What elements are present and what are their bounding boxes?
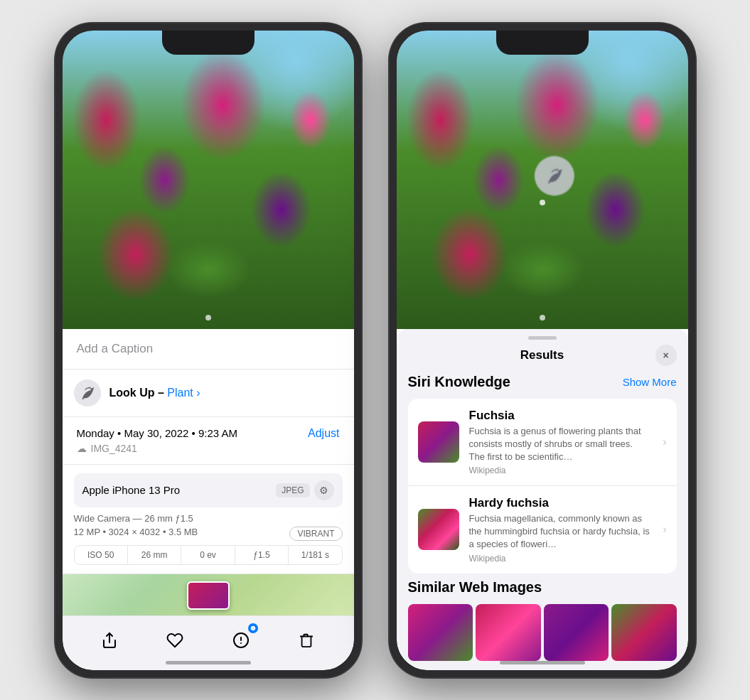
fuchsia-thumbnail bbox=[418, 421, 459, 463]
caption-placeholder[interactable]: Add a Caption bbox=[77, 342, 154, 355]
exif-shutter: 1/181 s bbox=[289, 546, 341, 564]
sheet-content[interactable]: Siri Knowledge Show More Fuchsia Fuchsia… bbox=[397, 371, 688, 670]
filename: IMG_4241 bbox=[91, 443, 137, 454]
left-phone-screen: Add a Caption Look Up – Plant › bbox=[63, 31, 354, 670]
exif-ev-value: 0 ev bbox=[200, 550, 216, 560]
settings-icon[interactable]: ⚙ bbox=[314, 480, 334, 500]
share-button[interactable] bbox=[94, 625, 125, 656]
lookup-indicator-dot bbox=[540, 200, 545, 205]
left-phone-frame: Add a Caption Look Up – Plant › bbox=[55, 23, 361, 677]
right-phone-frame: Results × Siri Knowledge Show More bbox=[390, 23, 695, 677]
hardy-name: Hardy fuchsia bbox=[469, 496, 650, 510]
exif-ev: 0 ev bbox=[181, 546, 235, 564]
sheet-title: Results bbox=[520, 348, 564, 362]
siri-knowledge-title: Siri Knowledge bbox=[408, 374, 510, 390]
lookup-chevron: › bbox=[196, 387, 200, 399]
visual-lookup-button[interactable] bbox=[534, 156, 574, 195]
photo-page-indicator bbox=[205, 315, 211, 321]
camera-spec: Wide Camera — 26 mm ƒ1.5 bbox=[74, 513, 343, 524]
lookup-type: Plant bbox=[167, 387, 193, 399]
hardy-chevron-icon: › bbox=[663, 523, 666, 536]
notch bbox=[162, 31, 255, 55]
siri-knowledge-header: Siri Knowledge Show More bbox=[408, 374, 677, 390]
exif-mm: 26 mm bbox=[128, 546, 181, 564]
knowledge-item-hardy[interactable]: Hardy fuchsia Fuchsia magellanica, commo… bbox=[408, 486, 677, 574]
device-name: Apple iPhone 13 Pro bbox=[82, 484, 181, 496]
date-row: Monday • May 30, 2022 • 9:23 AM Adjust bbox=[77, 427, 340, 440]
similar-web-title: Similar Web Images bbox=[408, 579, 677, 596]
photo-background bbox=[63, 31, 354, 329]
photo-display[interactable] bbox=[63, 31, 354, 329]
delete-button[interactable] bbox=[291, 625, 322, 656]
map-area[interactable] bbox=[63, 574, 354, 615]
hardy-thumbnail bbox=[418, 509, 459, 550]
show-more-button[interactable]: Show More bbox=[623, 376, 677, 388]
similar-web-section: Similar Web Images bbox=[408, 579, 677, 661]
fuchsia-description: Fuchsia is a genus of flowering plants t… bbox=[469, 425, 650, 464]
fuchsia-source: Wikipedia bbox=[469, 465, 650, 475]
sheet-header: Results × bbox=[397, 344, 688, 371]
cloud-icon: ☁ bbox=[77, 443, 87, 454]
fuchsia-text: Fuchsia Fuchsia is a genus of flowering … bbox=[469, 409, 650, 476]
vibrant-badge: VIBRANT bbox=[289, 527, 342, 541]
right-screen-content: Results × Siri Knowledge Show More bbox=[397, 31, 688, 670]
photo-thumbnail-on-map bbox=[187, 581, 230, 610]
adjust-button[interactable]: Adjust bbox=[308, 427, 339, 440]
hardy-text: Hardy fuchsia Fuchsia magellanica, commo… bbox=[469, 496, 650, 564]
phones-container: Add a Caption Look Up – Plant › bbox=[55, 23, 695, 677]
right-notch bbox=[496, 31, 589, 55]
sheet-drag-handle[interactable] bbox=[528, 336, 557, 340]
sheet-close-button[interactable]: × bbox=[655, 345, 677, 366]
format-badge: JPEG bbox=[276, 483, 309, 497]
similar-image-1[interactable] bbox=[408, 604, 473, 661]
exif-iso: ISO 50 bbox=[75, 546, 128, 564]
lookup-bold: Look Up – bbox=[109, 387, 168, 399]
mp-spec: 12 MP • 3024 × 4032 • 3.5 MB bbox=[74, 527, 198, 537]
lookup-row[interactable]: Look Up – Plant › bbox=[63, 370, 354, 417]
fuchsia-chevron-icon: › bbox=[663, 436, 666, 448]
close-icon: × bbox=[663, 350, 668, 361]
left-screen-content: Add a Caption Look Up – Plant › bbox=[63, 31, 354, 670]
exif-shutter-value: 1/181 s bbox=[301, 550, 329, 560]
fuchsia-name: Fuchsia bbox=[469, 409, 650, 423]
filename-row: ☁ IMG_4241 bbox=[77, 443, 340, 454]
info-button[interactable] bbox=[225, 625, 257, 656]
specs-row: 12 MP • 3024 × 4032 • 3.5 MB VIBRANT bbox=[74, 527, 343, 541]
similar-image-3[interactable] bbox=[544, 604, 609, 661]
leaf-visual-icon bbox=[545, 166, 563, 185]
hardy-description: Fuchsia magellanica, commonly known as t… bbox=[469, 512, 650, 551]
exif-mm-value: 26 mm bbox=[141, 550, 168, 560]
results-sheet: Results × Siri Knowledge Show More bbox=[397, 329, 688, 670]
device-section: Apple iPhone 13 Pro JPEG ⚙ Wide Camera —… bbox=[63, 465, 354, 574]
right-photo-display[interactable] bbox=[397, 31, 688, 329]
knowledge-item-fuchsia[interactable]: Fuchsia Fuchsia is a genus of flowering … bbox=[408, 399, 677, 487]
exif-aperture-value: ƒ1.5 bbox=[253, 550, 269, 560]
right-phone-screen: Results × Siri Knowledge Show More bbox=[397, 31, 688, 670]
exif-iso-value: ISO 50 bbox=[87, 550, 114, 560]
like-button[interactable] bbox=[159, 625, 191, 656]
left-home-indicator bbox=[166, 661, 251, 664]
device-row: Apple iPhone 13 Pro JPEG ⚙ bbox=[74, 473, 343, 507]
hardy-source: Wikipedia bbox=[469, 554, 650, 564]
device-badges: JPEG ⚙ bbox=[276, 480, 333, 500]
lookup-icon bbox=[74, 379, 101, 406]
knowledge-card: Fuchsia Fuchsia is a genus of flowering … bbox=[408, 399, 677, 574]
right-home-indicator bbox=[500, 661, 585, 664]
right-photo-page-indicator bbox=[540, 315, 545, 321]
similar-image-4[interactable] bbox=[611, 604, 677, 661]
similar-images-grid bbox=[408, 604, 677, 661]
leaf-lookup-icon bbox=[80, 385, 95, 401]
photo-date: Monday • May 30, 2022 • 9:23 AM bbox=[77, 427, 237, 439]
exif-row: ISO 50 26 mm 0 ev ƒ1.5 1/181 s bbox=[74, 545, 343, 565]
similar-image-2[interactable] bbox=[476, 604, 541, 661]
exif-aperture: ƒ1.5 bbox=[235, 546, 289, 564]
photo-info-section: Monday • May 30, 2022 • 9:23 AM Adjust ☁… bbox=[63, 417, 354, 465]
caption-area[interactable]: Add a Caption bbox=[63, 329, 354, 370]
lookup-label: Look Up – Plant › bbox=[109, 387, 200, 399]
